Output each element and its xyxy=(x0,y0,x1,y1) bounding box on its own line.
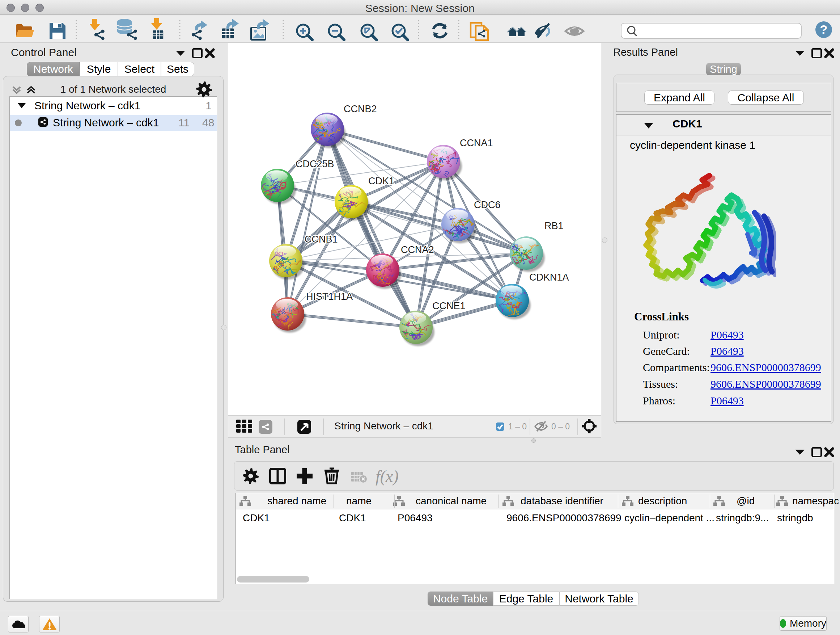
svg-text:CCNB2: CCNB2 xyxy=(344,103,377,114)
svg-text:0 – 0: 0 – 0 xyxy=(551,422,570,431)
svg-text:CDKN1A: CDKN1A xyxy=(529,272,569,283)
svg-text:1 – 0: 1 – 0 xyxy=(508,422,527,431)
svg-text:CCNE1: CCNE1 xyxy=(432,301,466,311)
svg-text:CCNA1: CCNA1 xyxy=(460,138,493,149)
svg-text:?: ? xyxy=(820,22,828,36)
svg-text:f(x): f(x) xyxy=(376,467,399,486)
svg-text:HIST1H1A: HIST1H1A xyxy=(306,291,353,302)
svg-text:CDC25B: CDC25B xyxy=(295,158,334,169)
svg-text:CCNA2: CCNA2 xyxy=(401,244,434,255)
svg-text:CDC6: CDC6 xyxy=(474,200,501,211)
svg-text:RB1: RB1 xyxy=(545,220,564,231)
svg-text:CDK1: CDK1 xyxy=(368,176,394,187)
svg-text:CCNB1: CCNB1 xyxy=(305,234,338,245)
